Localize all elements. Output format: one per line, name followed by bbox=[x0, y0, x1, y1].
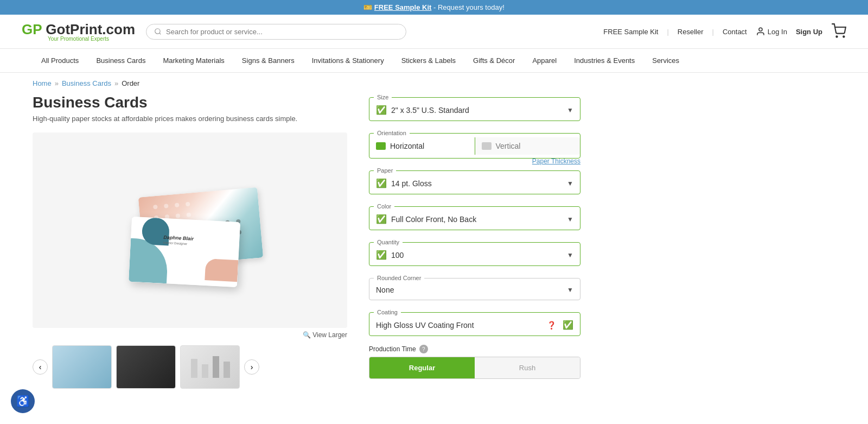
top-banner: 🎫 FREE Sample Kit - Request yours today! bbox=[0, 0, 868, 15]
production-time-help-icon[interactable]: ? bbox=[419, 345, 428, 353]
paper-fieldset: Paper ✅ 14 pt. Gloss ▼ bbox=[369, 167, 580, 194]
logo-gp: GP bbox=[22, 21, 42, 37]
nav-marketing-materials[interactable]: Marketing Materials bbox=[154, 49, 233, 72]
nav-gifts-decor[interactable]: Gifts & Décor bbox=[464, 49, 524, 72]
size-chevron-icon: ▼ bbox=[567, 106, 573, 114]
breadcrumb-products[interactable]: Business Cards bbox=[62, 79, 111, 87]
coating-fieldset: Coating High Gloss UV Coating Front ❓ ✅ bbox=[369, 309, 580, 336]
orientation-vertical-option[interactable]: Vertical bbox=[475, 137, 580, 155]
free-sample-link[interactable]: FREE Sample Kit bbox=[603, 28, 658, 36]
svg-point-5 bbox=[153, 205, 158, 210]
horizontal-label: Horizontal bbox=[390, 142, 424, 150]
orientation-horizontal-option[interactable]: Horizontal bbox=[369, 137, 475, 155]
breadcrumb: Home » Business Cards » Order bbox=[0, 73, 868, 94]
thumbnails: ‹ › bbox=[33, 345, 347, 389]
horizontal-swatch bbox=[376, 142, 386, 150]
coating-select[interactable]: High Gloss UV Coating Front ❓ ✅ bbox=[369, 317, 580, 336]
cart-icon[interactable] bbox=[831, 23, 846, 40]
breadcrumb-sep-2: » bbox=[114, 79, 118, 87]
quantity-chevron-icon: ▼ bbox=[567, 251, 573, 259]
banner-text: - Request yours today! bbox=[433, 3, 505, 11]
signup-button[interactable]: Sign Up bbox=[796, 28, 822, 36]
thumb-prev-button[interactable]: ‹ bbox=[33, 359, 48, 375]
separator-1: | bbox=[667, 28, 668, 36]
svg-point-8 bbox=[186, 202, 190, 207]
nav-industries-events[interactable]: Industries & Events bbox=[565, 49, 643, 72]
thumbnail-2[interactable] bbox=[116, 345, 176, 389]
nav-business-cards[interactable]: Business Cards bbox=[87, 49, 154, 72]
svg-line-1 bbox=[159, 33, 161, 35]
nav-stickers-labels[interactable]: Stickers & Labels bbox=[393, 49, 464, 72]
production-regular-tab[interactable]: Regular bbox=[369, 357, 475, 378]
svg-point-0 bbox=[155, 29, 160, 34]
page-title: Business Cards bbox=[33, 94, 347, 111]
page-description: High-quality paper stocks at affordable … bbox=[33, 115, 347, 123]
size-select[interactable]: ✅ 2" x 3.5" U.S. Standard ▼ bbox=[369, 102, 580, 121]
rounded-corner-chevron-icon: ▼ bbox=[567, 286, 573, 294]
coating-help-icon[interactable]: ❓ bbox=[547, 321, 556, 330]
svg-point-2 bbox=[759, 28, 762, 31]
color-check-icon: ✅ bbox=[376, 214, 387, 224]
thumbnail-3[interactable] bbox=[180, 345, 240, 389]
paper-value: 14 pt. Gloss bbox=[391, 179, 563, 188]
paper-chevron-icon: ▼ bbox=[567, 180, 573, 187]
nav-services[interactable]: Services bbox=[643, 49, 688, 72]
svg-point-4 bbox=[843, 36, 844, 37]
thumb-next-button[interactable]: › bbox=[244, 359, 259, 375]
production-tabs: Regular Rush bbox=[369, 357, 580, 379]
color-value: Full Color Front, No Back bbox=[391, 215, 563, 224]
search-bar[interactable] bbox=[146, 24, 406, 40]
rounded-corner-value: None bbox=[376, 286, 563, 294]
coating-check-icon: ✅ bbox=[563, 320, 573, 330]
orientation-fieldset: Orientation Horizontal Vertical bbox=[369, 130, 580, 159]
contact-link[interactable]: Contact bbox=[723, 28, 747, 36]
vertical-swatch bbox=[482, 142, 492, 150]
paper-select[interactable]: ✅ 14 pt. Gloss ▼ bbox=[369, 175, 580, 194]
card-shape-peach bbox=[205, 258, 238, 282]
banner-link[interactable]: FREE Sample Kit bbox=[374, 3, 431, 11]
vertical-label: Vertical bbox=[496, 142, 521, 150]
production-rush-tab[interactable]: Rush bbox=[475, 357, 580, 378]
svg-point-11 bbox=[176, 213, 181, 218]
svg-point-12 bbox=[187, 213, 192, 218]
quantity-value: 100 bbox=[391, 251, 563, 260]
color-select[interactable]: ✅ Full Color Front, No Back ▼ bbox=[369, 211, 580, 230]
view-larger-button[interactable]: 🔍 View Larger bbox=[33, 331, 347, 339]
search-input[interactable] bbox=[166, 28, 398, 36]
login-button[interactable]: Log In bbox=[756, 27, 787, 36]
logo[interactable]: GP GotPrint.com Your Promotional Experts bbox=[22, 21, 135, 42]
breadcrumb-current: Order bbox=[122, 79, 139, 87]
accessibility-button[interactable]: ♿ bbox=[11, 389, 35, 410]
card-mockup: Daphne Blair Interior Designer bbox=[98, 149, 282, 312]
quantity-select[interactable]: ✅ 100 ▼ bbox=[369, 246, 580, 265]
reseller-link[interactable]: Reseller bbox=[678, 28, 704, 36]
production-time-label-row: Production Time ? bbox=[369, 345, 580, 353]
thumbnail-1[interactable] bbox=[52, 345, 112, 389]
right-panel: Size ✅ 2" x 3.5" U.S. Standard ▼ Orienta… bbox=[369, 94, 580, 389]
main-content: Business Cards High-quality paper stocks… bbox=[0, 94, 868, 410]
production-time-label: Production Time bbox=[369, 345, 416, 353]
paper-check-icon: ✅ bbox=[376, 178, 387, 188]
quantity-fieldset: Quantity ✅ 100 ▼ bbox=[369, 239, 580, 266]
zoom-icon: 🔍 bbox=[303, 331, 311, 339]
search-icon bbox=[154, 28, 162, 35]
size-fieldset: Size ✅ 2" x 3.5" U.S. Standard ▼ bbox=[369, 94, 580, 121]
color-fieldset: Color ✅ Full Color Front, No Back ▼ bbox=[369, 203, 580, 230]
separator-2: | bbox=[712, 28, 714, 36]
product-image-main: Daphne Blair Interior Designer bbox=[33, 132, 347, 328]
nav-invitations-stationery[interactable]: Invitations & Stationery bbox=[303, 49, 393, 72]
rounded-corner-select[interactable]: None ▼ bbox=[369, 282, 580, 300]
nav-apparel[interactable]: Apparel bbox=[524, 49, 565, 72]
thumb-chart-icon bbox=[188, 353, 232, 381]
size-value: 2" x 3.5" U.S. Standard bbox=[391, 106, 563, 115]
svg-rect-22 bbox=[224, 362, 230, 378]
nav-signs-banners[interactable]: Signs & Banners bbox=[233, 49, 303, 72]
breadcrumb-home[interactable]: Home bbox=[33, 79, 52, 87]
orientation-group: Horizontal Vertical bbox=[369, 137, 580, 155]
nav-all-products[interactable]: All Products bbox=[33, 49, 87, 72]
svg-point-7 bbox=[175, 202, 180, 207]
paper-thickness-link[interactable]: Paper Thickness bbox=[532, 157, 580, 165]
breadcrumb-sep-1: » bbox=[55, 79, 59, 87]
svg-point-6 bbox=[164, 204, 169, 208]
svg-rect-21 bbox=[213, 356, 219, 378]
